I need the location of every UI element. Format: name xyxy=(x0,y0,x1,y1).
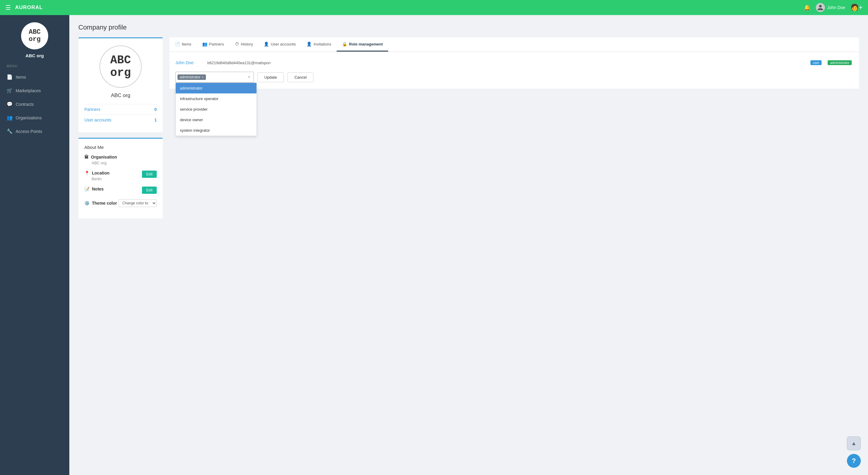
role-dropdown-wrapper: administrator × × administrator infrastr… xyxy=(176,72,254,83)
sidebar-logo: ABCorg xyxy=(21,22,48,50)
organisation-label: Organisation xyxy=(91,155,117,159)
avatar xyxy=(816,3,825,12)
update-button[interactable]: Update xyxy=(257,72,284,82)
cancel-button[interactable]: Cancel xyxy=(287,72,313,82)
organisation-icon: 🏛 xyxy=(84,155,89,159)
page-title: Company profile xyxy=(79,24,859,31)
sidebar: ABCorg ABC org MENU 📄 Items 🛒 Marketplac… xyxy=(0,15,69,475)
remove-role-tag[interactable]: × xyxy=(202,75,204,79)
marketplaces-icon: 🛒 xyxy=(7,88,13,93)
sidebar-item-access-points[interactable]: 🔧 Access Points xyxy=(0,124,69,138)
sidebar-item-label: Contracts xyxy=(16,102,34,107)
select-clear-icon[interactable]: × xyxy=(247,74,252,80)
notes-section: 📝 Notes Edit xyxy=(84,187,157,194)
bell-icon[interactable]: 🔔 xyxy=(804,4,810,11)
sidebar-item-label: Items xyxy=(16,75,26,80)
sidebar-nav: 📄 Items 🛒 Marketplaces 💬 Contracts 👥 Org… xyxy=(0,70,69,138)
user-accounts-stat: User accounts 1 xyxy=(84,115,157,125)
add-user-icon[interactable]: 🧑+ xyxy=(850,4,863,11)
tab-user-accounts[interactable]: 👤 User accounts xyxy=(258,37,301,52)
sidebar-item-label: Marketplaces xyxy=(16,88,41,93)
tab-history-icon: ⏱ xyxy=(235,41,239,46)
partners-stat: Partners 0 xyxy=(84,104,157,115)
sidebar-item-label: Organisations xyxy=(16,116,41,120)
profile-name: ABC org xyxy=(84,93,157,99)
about-card: About Me 🏛 Organisation ABC org 📍 xyxy=(79,138,163,219)
tab-partners-label: Partners xyxy=(209,42,224,46)
theme-icon: ⚙️ xyxy=(84,201,90,205)
user-name: John Doe xyxy=(827,5,845,10)
organisation-section: 🏛 Organisation ABC org xyxy=(84,155,157,165)
location-label: Location xyxy=(92,170,110,176)
sidebar-menu-label: MENU xyxy=(0,64,18,68)
theme-color-select[interactable]: Change color to: xyxy=(119,199,157,207)
scroll-to-top-button[interactable]: ▲ xyxy=(847,436,861,450)
theme-section: ⚙️ Theme color Change color to: xyxy=(84,199,157,207)
role-selector-row: administrator × × administrator infrastr… xyxy=(176,72,853,83)
tab-content-role-management: John Doe b6219d640d8d440ea131@mailspon u… xyxy=(169,52,859,89)
tab-invitations-icon: 👤 xyxy=(307,41,312,46)
notes-edit-button[interactable]: Edit xyxy=(142,187,157,194)
tabs-card: 📄 Items 👥 Partners ⏱ History 👤 xyxy=(169,37,859,89)
badge-administrator: administrator xyxy=(828,60,852,65)
dropdown-item-system-integrator[interactable]: system integrator xyxy=(176,125,256,136)
tab-user-accounts-icon: 👤 xyxy=(264,41,269,46)
dropdown-item-device-owner[interactable]: device owner xyxy=(176,115,256,125)
about-title: About Me xyxy=(84,145,157,150)
role-dropdown-list: administrator infrastructure operator se… xyxy=(176,83,257,136)
tab-invitations[interactable]: 👤 Invitations xyxy=(301,37,337,52)
profile-avatar: ABCorg xyxy=(99,45,142,88)
sidebar-item-marketplaces[interactable]: 🛒 Marketplaces xyxy=(0,84,69,97)
role-multi-select[interactable]: administrator × × xyxy=(176,72,254,83)
tab-invitations-label: Invitations xyxy=(313,42,331,46)
tab-role-management[interactable]: 🔒 Role management xyxy=(337,37,388,52)
left-column: ABCorg ABC org Partners 0 User accounts … xyxy=(79,37,163,219)
bottom-right-actions: ▲ ? xyxy=(847,436,861,468)
notes-label: Notes xyxy=(92,187,104,191)
hamburger-icon[interactable]: ☰ xyxy=(5,4,11,11)
user-row: John Doe b6219d640d8d440ea131@mailspon u… xyxy=(176,58,853,67)
sidebar-item-organisations[interactable]: 👥 Organisations xyxy=(0,111,69,124)
location-section: 📍 Location Berlin Edit xyxy=(84,170,157,181)
tab-role-management-label: Role management xyxy=(349,42,383,46)
contracts-icon: 💬 xyxy=(7,101,13,107)
user-name-display: John Doe xyxy=(176,60,203,65)
location-value: Berlin xyxy=(84,177,110,181)
tab-items-label: Items xyxy=(182,42,191,46)
tab-role-management-icon: 🔒 xyxy=(342,41,347,46)
selected-role-tag: administrator × xyxy=(178,74,206,80)
sidebar-item-items[interactable]: 📄 Items xyxy=(0,70,69,84)
help-button[interactable]: ? xyxy=(847,454,861,468)
main-content: Company profile ABCorg ABC org Partners … xyxy=(69,15,868,475)
sidebar-logo-text: ABCorg xyxy=(29,29,41,43)
notes-icon: 📝 xyxy=(84,187,90,191)
tab-history[interactable]: ⏱ History xyxy=(229,37,258,52)
organisations-icon: 👥 xyxy=(7,115,13,121)
user-email: b6219d640d8d440ea131@mailspon xyxy=(207,61,806,65)
badge-user: user xyxy=(810,60,822,65)
theme-label-text: Theme color xyxy=(92,201,117,205)
tab-partners-icon: 👥 xyxy=(202,41,207,46)
selected-role-text: administrator xyxy=(180,75,200,79)
profile-card: ABCorg ABC org Partners 0 User accounts … xyxy=(79,37,163,132)
tab-items[interactable]: 📄 Items xyxy=(169,37,197,52)
right-column: 📄 Items 👥 Partners ⏱ History 👤 xyxy=(169,37,859,219)
access-points-icon: 🔧 xyxy=(7,128,13,134)
tab-user-accounts-label: User accounts xyxy=(271,42,296,46)
tab-items-icon: 📄 xyxy=(175,41,180,46)
tab-history-label: History xyxy=(241,42,253,46)
organisation-value: ABC org xyxy=(84,161,157,165)
tabs-bar: 📄 Items 👥 Partners ⏱ History 👤 xyxy=(169,37,859,52)
sidebar-item-label: Access Points xyxy=(16,129,42,134)
topnav: ☰ AURORAL 🔔 John Doe 🧑+ xyxy=(0,0,868,15)
sidebar-org-name: ABC org xyxy=(26,53,44,58)
dropdown-item-administrator[interactable]: administrator xyxy=(176,83,256,93)
dropdown-item-service-provider[interactable]: service provider xyxy=(176,104,256,115)
sidebar-item-contracts[interactable]: 💬 Contracts xyxy=(0,97,69,111)
items-icon: 📄 xyxy=(7,74,13,80)
dropdown-item-infrastructure-operator[interactable]: infrastructure operator xyxy=(176,93,256,104)
user-menu[interactable]: John Doe xyxy=(816,3,845,12)
app-logo: AURORAL xyxy=(15,4,43,10)
tab-partners[interactable]: 👥 Partners xyxy=(197,37,229,52)
location-edit-button[interactable]: Edit xyxy=(142,170,157,178)
